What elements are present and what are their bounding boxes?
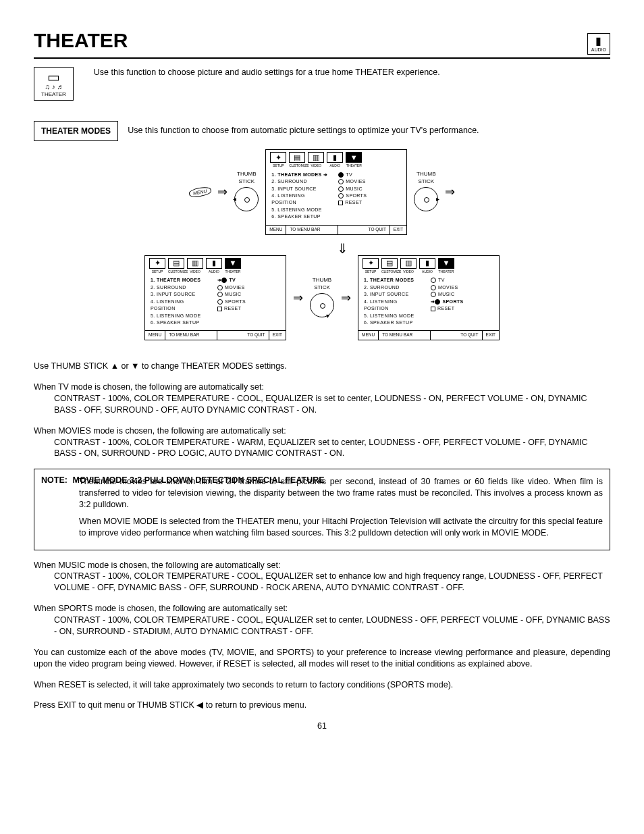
osd-left: ✦SETUP ▤CUSTOMIZE ▥VIDEO ▮AUDIO ▼THEATER…	[144, 255, 286, 341]
thumbstick-icon: THUMB STICK	[310, 277, 334, 319]
arrow-down-icon: ⇓	[185, 242, 500, 255]
page-number: 61	[34, 721, 610, 732]
reset-para: When RESET is selected, it will take app…	[34, 679, 610, 691]
instruction-thumbstick: Use THUMB STICK ▲ or ▼ to change THEATER…	[34, 361, 610, 372]
movies-mode-para: When MOVIES mode is chosen, the followin…	[34, 425, 610, 460]
note-box: NOTE: MOVIE MODE 3:2 PULLDOWN DETECTION …	[34, 469, 610, 550]
menu-button-icon: MENU	[188, 186, 211, 199]
arrow-right-icon: ⇒	[293, 290, 303, 306]
arrow-right-icon: ⇒	[341, 290, 351, 306]
osd-right: ✦SETUP ▤CUSTOMIZE ▥VIDEO ▮AUDIO ▼THEATER…	[358, 255, 500, 341]
theater-icon: ▭ ♫ ♪ ♬ THEATER	[34, 67, 74, 101]
flow-diagram: MENU ⇒ THUMB STICK ✦SETUP ▤CUSTOMIZE ▥VI…	[34, 149, 610, 347]
osd-top: ✦SETUP ▤CUSTOMIZE ▥VIDEO ▮AUDIO ▼THEATER…	[265, 149, 407, 235]
intro-text: Use this function to choose picture and …	[94, 67, 440, 78]
sports-mode-para: When SPORTS mode is chosen, the followin…	[34, 603, 610, 637]
modes-desc: Use this function to choose from automat…	[128, 125, 479, 136]
tv-mode-para: When TV mode is chosen, the following ar…	[34, 382, 610, 416]
music-mode-para: When MUSIC mode is chosen, the following…	[34, 560, 610, 594]
customize-para: You can customize each of the above mode…	[34, 647, 610, 670]
theater-modes-label: THEATER MODES	[34, 121, 118, 141]
thumbstick-icon: THUMB STICK	[234, 171, 259, 213]
arrow-right-icon: ⇒	[445, 184, 455, 200]
audio-icon: ▮ AUDIO	[587, 33, 610, 55]
arrow-right-icon: ⇒	[217, 184, 227, 200]
exit-para: Press EXIT to quit menu or THUMB STICK ◀…	[34, 700, 610, 711]
page-title: THEATER	[34, 27, 128, 55]
thumbstick-icon: THUMB STICK	[414, 171, 438, 213]
